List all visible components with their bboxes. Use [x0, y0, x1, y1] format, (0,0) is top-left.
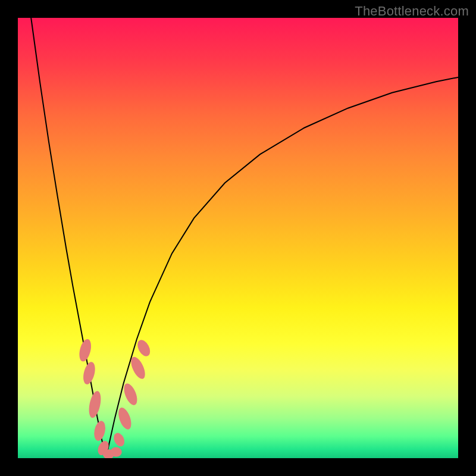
watermark-label: TheBottleneck.com — [355, 4, 469, 19]
data-marker — [82, 361, 98, 386]
data-marker — [77, 338, 93, 363]
plot-area — [18, 18, 458, 458]
curve-right-branch — [106, 77, 458, 458]
data-marker — [121, 382, 140, 407]
data-marker — [87, 390, 103, 419]
curve-left-branch — [31, 18, 106, 458]
data-marker — [92, 420, 107, 442]
data-marker — [110, 447, 121, 457]
outer-frame: TheBottleneck.com — [0, 0, 476, 476]
data-marker — [135, 338, 153, 358]
data-marker — [116, 406, 134, 431]
chart-svg — [18, 18, 458, 458]
data-marker — [112, 431, 127, 448]
